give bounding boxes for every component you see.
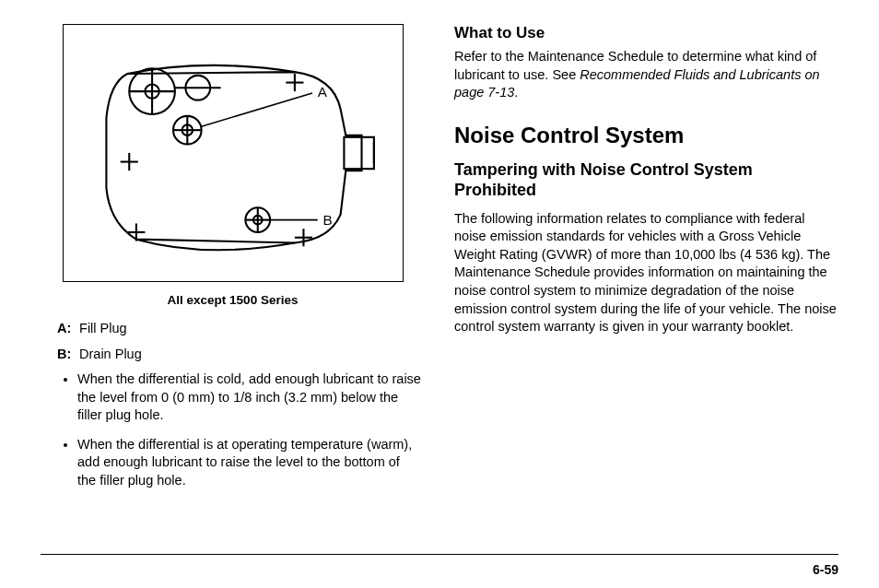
section-heading: Noise Control System <box>454 123 838 148</box>
differential-diagram-svg: A B <box>75 36 392 270</box>
figure-label-a: A <box>317 84 327 100</box>
page-number: 6-59 <box>813 562 838 577</box>
legend-key: A: <box>57 320 76 338</box>
subsection-body: The following information relates to com… <box>454 210 838 336</box>
legend-label: Fill Plug <box>79 321 127 335</box>
subsection-heading: Tampering with Noise Control System Proh… <box>454 159 838 201</box>
instruction-list: When the differential is cold, add enoug… <box>77 370 425 489</box>
differential-figure: A B <box>63 24 404 282</box>
list-item: When the differential is at operating te… <box>77 436 425 490</box>
what-to-use-body: Refer to the Maintenance Schedule to det… <box>454 48 838 102</box>
legend-key: B: <box>57 346 76 364</box>
what-to-use-heading: What to Use <box>454 24 838 42</box>
svg-line-24 <box>201 93 311 126</box>
footer-rule <box>41 554 838 555</box>
legend-list: A: Fill Plug B: Drain Plug <box>57 320 425 363</box>
figure-label-b: B <box>322 212 332 228</box>
legend-item: A: Fill Plug <box>57 320 425 338</box>
body-text: . <box>514 85 518 100</box>
svg-rect-0 <box>344 137 373 169</box>
legend-item: B: Drain Plug <box>57 346 425 364</box>
list-item: When the differential is cold, add enoug… <box>77 370 425 425</box>
legend-label: Drain Plug <box>79 347 142 361</box>
figure-caption: All except 1500 Series <box>41 293 425 307</box>
